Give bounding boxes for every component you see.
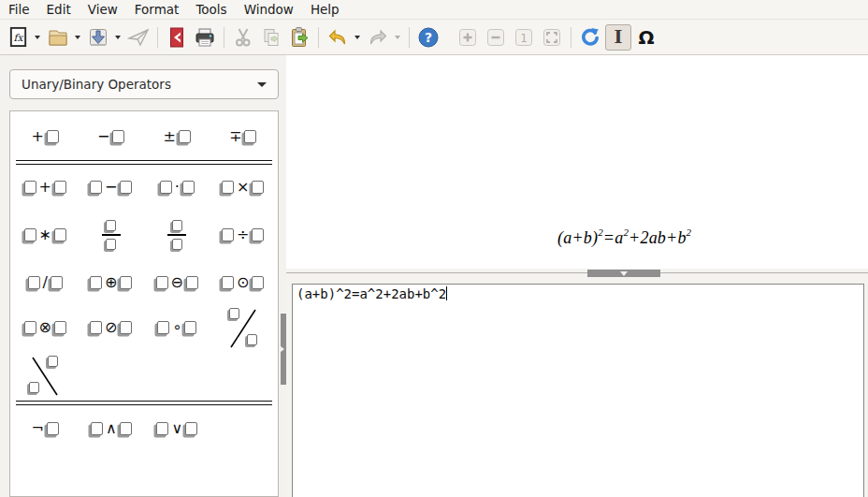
toolbar-separator [318, 27, 319, 48]
cut-icon [232, 26, 254, 49]
paste-icon [288, 26, 311, 49]
elements-row: +−±∓ [12, 115, 276, 158]
formula-text: +2ab+b [629, 228, 687, 247]
elements-row: /⊕⊖⊙ [12, 262, 276, 303]
operator-glyph: ÷ [237, 227, 249, 242]
zoom-in-icon [456, 26, 479, 49]
menu-edit[interactable]: Edit [38, 1, 80, 19]
element-multiplication-star[interactable]: ∗ [21, 226, 70, 244]
menu-file[interactable]: File [0, 1, 38, 19]
formula-superscript: 2 [623, 227, 629, 238]
send-email-button [125, 24, 152, 51]
paste-button[interactable] [286, 24, 312, 51]
operator-glyph: + [32, 129, 44, 144]
element-division-over[interactable] [98, 218, 124, 252]
placeholder-box [54, 228, 66, 241]
svg-text:fx: fx [13, 32, 23, 43]
placeholder-box [186, 276, 198, 289]
operator-glyph: / [43, 275, 48, 290]
elements-grid: +−±∓+−·×∗÷/⊕⊖⊙⊗⊘∘¬∧∨ [9, 110, 279, 497]
element-circled-dot[interactable]: ⊙ [218, 273, 268, 292]
menu-format[interactable]: Format [126, 1, 188, 19]
help-button[interactable]: ? [415, 24, 441, 51]
horizontal-splitter-handle[interactable] [587, 270, 660, 277]
element-category-select[interactable]: Unary/Binary Operators [9, 69, 279, 99]
element-division-slash[interactable]: / [24, 273, 66, 292]
menu-help[interactable]: Help [302, 1, 348, 19]
element-boolean-and[interactable]: ∧ [87, 419, 136, 438]
undo-button[interactable] [325, 24, 351, 51]
save-dropdown[interactable] [112, 24, 123, 51]
placeholder-box [106, 239, 116, 250]
text-cursor [446, 286, 447, 300]
show-all-button [539, 24, 565, 51]
element-multiplication-dot[interactable]: · [156, 178, 198, 197]
element-tensor-product[interactable]: ⊗ [21, 318, 70, 337]
element-subtraction[interactable]: − [86, 178, 136, 197]
element-minus-plus[interactable]: ∓ [225, 127, 260, 146]
placeholder-box [156, 276, 168, 289]
element-minus[interactable]: − [94, 127, 128, 146]
placeholder-box [90, 276, 102, 289]
element-boolean-not[interactable]: ¬ [28, 419, 63, 438]
element-circled-slash[interactable]: ⊘ [86, 318, 136, 337]
menu-window[interactable]: Window [236, 1, 302, 19]
element-addition[interactable]: + [21, 178, 70, 197]
element-wide-backslash[interactable] [23, 352, 66, 399]
command-text: (a+b)^2=a^2+2ab+b^2 [297, 286, 446, 301]
open-button[interactable] [45, 24, 71, 51]
copy-button [258, 24, 284, 51]
element-circled-plus[interactable]: ⊕ [86, 273, 136, 292]
undo-dropdown[interactable] [352, 24, 362, 51]
element-boolean-or[interactable]: ∨ [152, 419, 201, 438]
save-button[interactable] [85, 24, 111, 51]
operator-glyph: ⊙ [237, 275, 249, 290]
formula-preview-view[interactable]: (a+b)2=a2+2ab+b2 [286, 55, 868, 269]
redo-dropdown[interactable] [392, 24, 402, 51]
send-email-icon [127, 26, 150, 49]
print-button[interactable] [192, 24, 218, 51]
placeholder-box [51, 276, 63, 289]
element-plus[interactable]: + [28, 127, 63, 146]
placeholder-box [222, 181, 234, 194]
chevron-down-icon [35, 36, 40, 39]
new-formula-button[interactable]: fx [5, 24, 31, 51]
menu-tools[interactable]: Tools [187, 1, 235, 19]
element-plus-minus[interactable]: ± [160, 127, 195, 146]
panel-splitter-handle[interactable] [281, 314, 286, 385]
operator-glyph: − [105, 180, 117, 195]
formula-superscript: 2 [598, 227, 603, 238]
new-formula-dropdown[interactable] [32, 24, 42, 51]
element-multiplication-cross[interactable]: × [218, 178, 268, 197]
placeholder-box [24, 181, 36, 194]
element-wide-slash[interactable] [222, 304, 265, 351]
command-editor-input[interactable]: (a+b)^2=a^2+2ab+b^2 [292, 284, 864, 497]
open-dropdown[interactable] [72, 24, 82, 51]
operator-glyph: ∓ [229, 129, 241, 144]
operator-glyph: ⊘ [105, 320, 117, 335]
update-button[interactable] [577, 24, 603, 51]
operator-glyph: ∘ [172, 320, 181, 335]
menu-view[interactable]: View [80, 1, 126, 19]
open-icon [47, 26, 69, 49]
new-formula-icon: fx [7, 26, 29, 48]
element-fraction[interactable] [164, 218, 190, 252]
chevron-down-icon [75, 36, 80, 39]
element-composition[interactable]: ∘ [153, 318, 200, 337]
toolbar-separator [157, 27, 158, 48]
export-pdf-button[interactable] [164, 24, 190, 51]
operator-glyph: × [237, 180, 249, 195]
placeholder-box [252, 228, 264, 241]
math-formula-editor-window: FileEditViewFormatToolsWindowHelp fx?1IΩ… [0, 0, 868, 497]
element-circled-minus[interactable]: ⊖ [152, 273, 202, 292]
operator-glyph: ∧ [106, 421, 117, 436]
elements-row: ∗÷ [12, 208, 276, 262]
placeholder-box [120, 181, 132, 194]
placeholder-box [160, 181, 172, 194]
formula-cursor-button[interactable]: I [605, 24, 631, 51]
symbols-button[interactable]: Ω [633, 24, 659, 51]
formula-cursor-icon: I [615, 28, 623, 46]
placeholder-box [179, 130, 191, 143]
element-division-sign[interactable]: ÷ [218, 226, 268, 244]
save-icon [87, 26, 109, 49]
